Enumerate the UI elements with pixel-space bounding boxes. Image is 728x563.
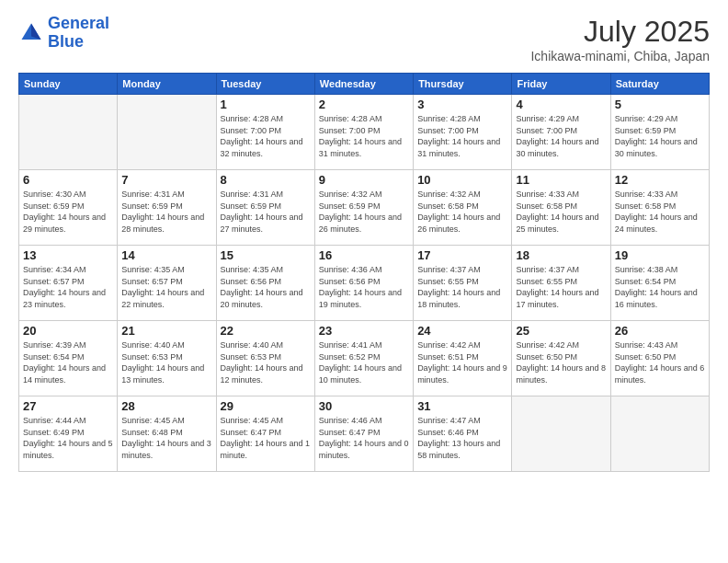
day-number: 22 xyxy=(221,324,311,338)
title-block: July 2025 Ichikawa-minami, Chiba, Japan xyxy=(530,15,710,63)
day-cell: 29Sunrise: 4:45 AMSunset: 6:47 PMDayligh… xyxy=(216,396,314,472)
day-info: Sunrise: 4:36 AMSunset: 6:56 PMDaylight:… xyxy=(319,264,409,310)
day-cell: 8Sunrise: 4:31 AMSunset: 6:59 PMDaylight… xyxy=(216,170,314,246)
day-number: 8 xyxy=(221,173,311,187)
day-cell: 4Sunrise: 4:29 AMSunset: 7:00 PMDaylight… xyxy=(512,95,610,170)
day-cell: 23Sunrise: 4:41 AMSunset: 6:52 PMDayligh… xyxy=(314,321,413,396)
logo-icon xyxy=(18,20,44,46)
weekday-wednesday: Wednesday xyxy=(314,74,413,95)
day-number: 18 xyxy=(516,248,606,262)
weekday-tuesday: Tuesday xyxy=(216,74,314,95)
day-number: 6 xyxy=(23,173,113,187)
day-info: Sunrise: 4:47 AMSunset: 6:46 PMDaylight:… xyxy=(417,415,507,461)
day-number: 2 xyxy=(319,98,409,111)
day-cell: 15Sunrise: 4:35 AMSunset: 6:56 PMDayligh… xyxy=(216,246,314,321)
day-info: Sunrise: 4:32 AMSunset: 6:58 PMDaylight:… xyxy=(417,189,507,235)
day-number: 31 xyxy=(417,399,507,413)
page: General Blue July 2025 Ichikawa-minami, … xyxy=(0,0,728,563)
day-info: Sunrise: 4:29 AMSunset: 6:59 PMDaylight:… xyxy=(615,113,705,159)
day-number: 7 xyxy=(121,173,211,187)
day-number: 10 xyxy=(417,173,507,187)
day-number: 20 xyxy=(23,324,113,338)
day-info: Sunrise: 4:29 AMSunset: 7:00 PMDaylight:… xyxy=(516,113,606,159)
day-info: Sunrise: 4:34 AMSunset: 6:57 PMDaylight:… xyxy=(23,264,113,310)
day-number: 13 xyxy=(23,248,113,262)
day-info: Sunrise: 4:32 AMSunset: 6:59 PMDaylight:… xyxy=(319,189,409,235)
day-cell: 13Sunrise: 4:34 AMSunset: 6:57 PMDayligh… xyxy=(19,246,118,321)
day-number: 24 xyxy=(417,324,507,338)
day-number: 29 xyxy=(221,399,311,413)
day-cell: 19Sunrise: 4:38 AMSunset: 6:54 PMDayligh… xyxy=(610,246,709,321)
week-row-2: 6Sunrise: 4:30 AMSunset: 6:59 PMDaylight… xyxy=(19,170,710,246)
day-number: 26 xyxy=(615,324,705,338)
day-number: 28 xyxy=(121,399,211,413)
day-info: Sunrise: 4:35 AMSunset: 6:57 PMDaylight:… xyxy=(121,264,211,310)
day-number: 1 xyxy=(221,98,311,111)
day-cell: 17Sunrise: 4:37 AMSunset: 6:55 PMDayligh… xyxy=(414,246,512,321)
day-number: 11 xyxy=(516,173,606,187)
day-info: Sunrise: 4:31 AMSunset: 6:59 PMDaylight:… xyxy=(221,189,311,235)
day-cell: 18Sunrise: 4:37 AMSunset: 6:55 PMDayligh… xyxy=(512,246,610,321)
weekday-friday: Friday xyxy=(512,74,610,95)
day-cell: 5Sunrise: 4:29 AMSunset: 6:59 PMDaylight… xyxy=(610,95,709,170)
week-row-1: 1Sunrise: 4:28 AMSunset: 7:00 PMDaylight… xyxy=(19,95,710,170)
weekday-saturday: Saturday xyxy=(610,74,709,95)
day-info: Sunrise: 4:35 AMSunset: 6:56 PMDaylight:… xyxy=(221,264,311,310)
day-cell: 2Sunrise: 4:28 AMSunset: 7:00 PMDaylight… xyxy=(314,95,413,170)
day-number: 17 xyxy=(417,248,507,262)
day-number: 16 xyxy=(319,248,409,262)
logo: General Blue xyxy=(18,15,109,52)
day-cell: 22Sunrise: 4:40 AMSunset: 6:53 PMDayligh… xyxy=(216,321,314,396)
day-cell xyxy=(610,396,709,472)
day-number: 19 xyxy=(615,248,705,262)
day-info: Sunrise: 4:46 AMSunset: 6:47 PMDaylight:… xyxy=(319,415,409,461)
day-number: 21 xyxy=(121,324,211,338)
day-cell: 3Sunrise: 4:28 AMSunset: 7:00 PMDaylight… xyxy=(414,95,512,170)
day-cell: 7Sunrise: 4:31 AMSunset: 6:59 PMDaylight… xyxy=(118,170,216,246)
day-info: Sunrise: 4:33 AMSunset: 6:58 PMDaylight:… xyxy=(516,189,606,235)
logo-line2: Blue xyxy=(48,32,84,51)
day-cell: 16Sunrise: 4:36 AMSunset: 6:56 PMDayligh… xyxy=(314,246,413,321)
day-cell xyxy=(512,396,610,472)
day-number: 5 xyxy=(615,98,705,111)
day-cell: 12Sunrise: 4:33 AMSunset: 6:58 PMDayligh… xyxy=(610,170,709,246)
day-cell: 10Sunrise: 4:32 AMSunset: 6:58 PMDayligh… xyxy=(414,170,512,246)
day-cell: 11Sunrise: 4:33 AMSunset: 6:58 PMDayligh… xyxy=(512,170,610,246)
weekday-monday: Monday xyxy=(118,74,216,95)
day-cell: 28Sunrise: 4:45 AMSunset: 6:48 PMDayligh… xyxy=(118,396,216,472)
day-cell: 21Sunrise: 4:40 AMSunset: 6:53 PMDayligh… xyxy=(118,321,216,396)
day-info: Sunrise: 4:40 AMSunset: 6:53 PMDaylight:… xyxy=(121,339,211,385)
day-info: Sunrise: 4:45 AMSunset: 6:48 PMDaylight:… xyxy=(121,415,211,461)
day-number: 9 xyxy=(319,173,409,187)
day-number: 4 xyxy=(516,98,606,111)
day-info: Sunrise: 4:41 AMSunset: 6:52 PMDaylight:… xyxy=(319,339,409,385)
day-info: Sunrise: 4:30 AMSunset: 6:59 PMDaylight:… xyxy=(23,189,113,235)
day-info: Sunrise: 4:39 AMSunset: 6:54 PMDaylight:… xyxy=(23,339,113,385)
week-row-5: 27Sunrise: 4:44 AMSunset: 6:49 PMDayligh… xyxy=(19,396,710,472)
day-info: Sunrise: 4:44 AMSunset: 6:49 PMDaylight:… xyxy=(23,415,113,461)
day-cell: 1Sunrise: 4:28 AMSunset: 7:00 PMDaylight… xyxy=(216,95,314,170)
weekday-thursday: Thursday xyxy=(414,74,512,95)
day-number: 25 xyxy=(516,324,606,338)
day-info: Sunrise: 4:42 AMSunset: 6:51 PMDaylight:… xyxy=(417,339,507,385)
day-number: 27 xyxy=(23,399,113,413)
day-number: 15 xyxy=(221,248,311,262)
day-cell: 24Sunrise: 4:42 AMSunset: 6:51 PMDayligh… xyxy=(414,321,512,396)
day-cell: 25Sunrise: 4:42 AMSunset: 6:50 PMDayligh… xyxy=(512,321,610,396)
day-cell: 14Sunrise: 4:35 AMSunset: 6:57 PMDayligh… xyxy=(118,246,216,321)
header: General Blue July 2025 Ichikawa-minami, … xyxy=(18,15,710,63)
day-cell: 20Sunrise: 4:39 AMSunset: 6:54 PMDayligh… xyxy=(19,321,118,396)
day-cell xyxy=(19,95,118,170)
weekday-sunday: Sunday xyxy=(19,74,118,95)
day-number: 12 xyxy=(615,173,705,187)
logo-line1: General xyxy=(48,14,109,32)
day-info: Sunrise: 4:28 AMSunset: 7:00 PMDaylight:… xyxy=(221,113,311,159)
day-cell: 31Sunrise: 4:47 AMSunset: 6:46 PMDayligh… xyxy=(414,396,512,472)
day-cell: 9Sunrise: 4:32 AMSunset: 6:59 PMDaylight… xyxy=(314,170,413,246)
day-number: 3 xyxy=(417,98,507,111)
day-cell: 27Sunrise: 4:44 AMSunset: 6:49 PMDayligh… xyxy=(19,396,118,472)
month-title: July 2025 xyxy=(530,15,710,49)
day-cell: 6Sunrise: 4:30 AMSunset: 6:59 PMDaylight… xyxy=(19,170,118,246)
week-row-3: 13Sunrise: 4:34 AMSunset: 6:57 PMDayligh… xyxy=(19,246,710,321)
logo-text: General Blue xyxy=(48,15,109,52)
